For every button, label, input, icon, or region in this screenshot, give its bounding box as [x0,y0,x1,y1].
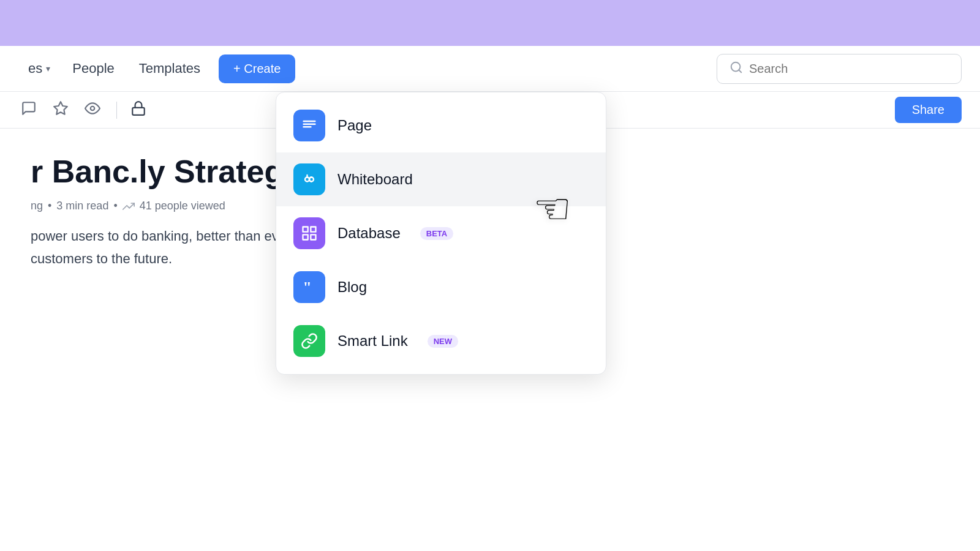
meta-separator-2: • [113,200,117,212]
blog-label: Blog [337,279,367,296]
views-icon [123,200,135,212]
meta-separator-1: • [48,200,51,212]
search-box[interactable] [717,54,962,84]
dropdown-item-smartlink[interactable]: Smart Link NEW [276,314,606,368]
smartlink-label: Smart Link [337,332,408,350]
meta-author: ng [31,200,43,212]
whiteboard-label: Whiteboard [337,171,413,188]
meta-views: 41 people viewed [140,200,225,212]
lock-icon[interactable] [130,100,146,120]
database-icon [293,217,325,249]
whiteboard-icon [293,163,325,195]
dropdown-menu: Page Whiteboard Database BETA [276,92,606,375]
search-icon [729,61,743,77]
star-icon[interactable] [50,98,71,122]
dropdown-item-page[interactable]: Page [276,99,606,152]
spaces-label: es [28,61,42,77]
smartlink-icon [293,325,325,357]
svg-rect-11 [311,227,315,232]
database-badge: BETA [420,227,453,240]
svg-marker-2 [54,102,67,114]
page-label: Page [337,117,372,134]
nav-item-people[interactable]: People [60,56,127,81]
svg-point-9 [309,178,314,182]
svg-rect-12 [303,234,308,239]
meta-read-time: 3 min read [56,200,108,212]
svg-rect-4 [132,107,145,114]
comment-icon[interactable] [18,98,39,122]
database-label: Database [337,225,401,242]
nav-item-spaces[interactable]: es ▾ [18,56,60,81]
page-icon [293,110,325,141]
top-banner [0,0,980,46]
svg-text:": " [303,279,312,296]
navbar: es ▾ People Templates + Create [0,46,980,92]
svg-line-1 [739,70,741,72]
smartlink-badge: NEW [428,335,458,348]
svg-point-3 [91,106,95,110]
share-button[interactable]: Share [895,97,962,123]
dropdown-item-database[interactable]: Database BETA [276,206,606,260]
nav-item-templates[interactable]: Templates [127,56,213,81]
dropdown-item-blog[interactable]: " Blog [276,260,606,314]
blog-icon: " [293,271,325,303]
dropdown-item-whiteboard[interactable]: Whiteboard [276,152,606,206]
chevron-down-icon: ▾ [46,64,50,73]
toolbar-divider [116,102,117,119]
create-button[interactable]: + Create [219,54,295,83]
eye-icon[interactable] [82,98,103,122]
search-input[interactable] [749,62,949,76]
nav-left: es ▾ People Templates + Create [18,54,295,83]
svg-rect-13 [311,234,315,239]
svg-rect-10 [303,227,308,232]
